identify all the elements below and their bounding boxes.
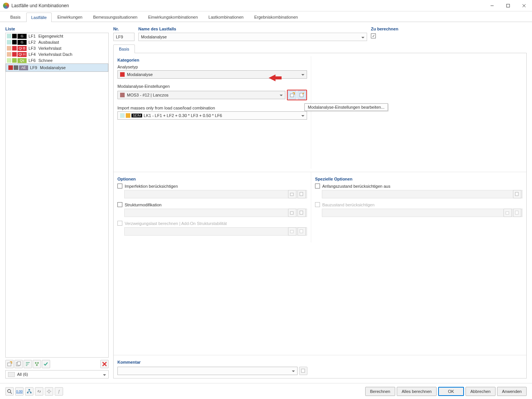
lf-name: Verkehrslast bbox=[38, 46, 107, 51]
load-case-list[interactable]: GLF1EigengewichtGLF2AusbaulastQi BLF3Ver… bbox=[5, 33, 109, 358]
copy-icon[interactable] bbox=[14, 360, 23, 368]
structmod-new-icon[interactable] bbox=[288, 209, 296, 217]
list-item[interactable]: Qi BLF3Verkehrslast bbox=[6, 45, 108, 51]
svg-point-8 bbox=[37, 362, 39, 364]
imperfection-edit-icon[interactable] bbox=[298, 190, 306, 198]
structmod-label: Strukturmodifikation bbox=[125, 203, 162, 207]
swatch-icon bbox=[7, 52, 11, 57]
nr-label: Nr. bbox=[113, 27, 135, 31]
initial-checkbox[interactable] bbox=[315, 184, 320, 188]
svg-rect-12 bbox=[290, 94, 294, 97]
calc-all-button[interactable]: Alles berechnen bbox=[397, 387, 437, 396]
ok-button[interactable]: OK bbox=[438, 387, 464, 396]
settings-swatch-icon bbox=[120, 93, 125, 97]
list-item[interactable]: GLF2Ausbaulast bbox=[6, 39, 108, 45]
maximize-button[interactable] bbox=[500, 0, 516, 11]
lf-name: Eigengewicht bbox=[38, 34, 107, 38]
initial-label: Anfangszustand berücksichtigen aus bbox=[322, 184, 390, 188]
swatch-icon bbox=[12, 40, 17, 44]
construction-new-icon bbox=[504, 209, 512, 217]
analysetyp-select[interactable]: Modalanalyse bbox=[117, 70, 307, 79]
search-icon[interactable] bbox=[5, 387, 14, 396]
swatch-icon bbox=[7, 58, 11, 63]
lf-name: Modalanalyse bbox=[40, 65, 106, 70]
name-field[interactable]: Modalanalyse bbox=[138, 33, 367, 41]
kommentar-field[interactable] bbox=[117, 367, 298, 375]
imperfection-checkbox[interactable] bbox=[117, 184, 122, 188]
delete-icon[interactable] bbox=[100, 360, 109, 368]
lf-number: LF9 bbox=[30, 65, 40, 70]
lf-name: Verkehrslast Dach bbox=[38, 52, 107, 57]
calc-checkbox[interactable] bbox=[371, 33, 376, 38]
list-item[interactable]: Qi HLF4Verkehrslast Dach bbox=[6, 51, 108, 57]
settings-new-button[interactable] bbox=[288, 91, 296, 99]
tab-lastkombinationen[interactable]: Lastkombinationen bbox=[204, 12, 249, 22]
category-tag: Qi H bbox=[17, 52, 27, 57]
initial-edit-icon[interactable] bbox=[513, 190, 521, 198]
settings-buttons-highlight bbox=[287, 90, 307, 100]
check-icon[interactable] bbox=[42, 360, 50, 368]
close-button[interactable] bbox=[516, 0, 532, 11]
gear-icon[interactable] bbox=[45, 387, 53, 396]
list-title: Liste bbox=[5, 27, 109, 31]
imperfection-label: Imperfektion berücksichtigen bbox=[125, 184, 178, 188]
import-select[interactable]: SE/M LK1 - LF1 + LF2 + 0.30 * LF3 + 0.50… bbox=[117, 111, 307, 120]
kommentar-edit-icon[interactable] bbox=[299, 367, 307, 375]
list-item[interactable]: AELF9Modalanalyse bbox=[6, 63, 108, 72]
function-icon[interactable]: ƒ bbox=[55, 387, 63, 396]
link-icon[interactable] bbox=[35, 387, 43, 396]
construction-edit-icon bbox=[513, 209, 521, 217]
swatch-icon bbox=[7, 46, 11, 51]
svg-rect-16 bbox=[290, 212, 293, 214]
svg-rect-18 bbox=[290, 230, 293, 233]
structmod-edit-icon[interactable] bbox=[298, 209, 306, 217]
chevron-down-icon bbox=[103, 372, 106, 377]
tab-einwirkungen[interactable]: Einwirkungen bbox=[52, 12, 87, 22]
hierarchy-icon[interactable] bbox=[25, 387, 33, 396]
apply-button[interactable]: Anwenden bbox=[497, 387, 527, 396]
svg-rect-19 bbox=[300, 230, 303, 233]
minimize-button[interactable] bbox=[484, 0, 500, 11]
svg-rect-4 bbox=[8, 363, 11, 366]
structmod-checkbox[interactable] bbox=[117, 202, 122, 207]
svg-rect-27 bbox=[27, 392, 28, 393]
branching-edit-icon bbox=[298, 227, 306, 236]
list-filter[interactable]: All (6) bbox=[5, 370, 109, 378]
sort-icon[interactable] bbox=[24, 360, 32, 368]
tab-lastfälle[interactable]: Lastfälle bbox=[26, 13, 52, 22]
category-tag: AE bbox=[19, 65, 28, 70]
svg-rect-15 bbox=[300, 192, 303, 196]
kommentar-title: Kommentar bbox=[117, 360, 307, 364]
svg-rect-26 bbox=[28, 389, 30, 390]
tree-icon[interactable] bbox=[33, 360, 41, 368]
settings-edit-button[interactable] bbox=[298, 91, 306, 99]
tab-basis[interactable]: Basis bbox=[5, 12, 25, 22]
nr-field[interactable]: LF9 bbox=[113, 33, 135, 41]
list-item[interactable]: QsLF6Schnee bbox=[6, 57, 108, 63]
swatch-icon bbox=[7, 34, 11, 38]
branching-checkbox bbox=[117, 221, 122, 226]
units-icon[interactable]: 0.00 bbox=[15, 387, 24, 396]
tab-bemessungssituationen[interactable]: Bemessungssituationen bbox=[88, 12, 142, 22]
calc-button[interactable]: Berechnen bbox=[365, 387, 395, 396]
subtab-basis[interactable]: Basis bbox=[113, 44, 135, 53]
chevron-down-icon bbox=[292, 369, 295, 373]
imperfection-new-icon[interactable] bbox=[288, 190, 296, 198]
tab-einwirkungskombinationen[interactable]: Einwirkungskombinationen bbox=[143, 12, 203, 22]
cancel-button[interactable]: Abbrechen bbox=[466, 387, 496, 396]
list-item[interactable]: GLF1Eigengewicht bbox=[6, 33, 108, 39]
kategorien-title: Kategorien bbox=[117, 58, 307, 62]
tab-ergebniskombinationen[interactable]: Ergebniskombinationen bbox=[249, 12, 303, 22]
lf-number: LF1 bbox=[28, 34, 38, 38]
modal-settings-select[interactable]: MOS3 - #12 | Lanczos bbox=[117, 91, 285, 99]
title-bar: Lastfälle und Kombinationen bbox=[0, 0, 532, 11]
import-tag: SE/M bbox=[131, 114, 142, 117]
svg-rect-6 bbox=[17, 362, 21, 365]
svg-rect-14 bbox=[290, 193, 293, 196]
lf-number: LF4 bbox=[28, 52, 38, 57]
category-tag: Qi B bbox=[17, 46, 27, 51]
new-icon[interactable] bbox=[5, 360, 14, 368]
swatch-icon bbox=[14, 65, 18, 70]
svg-point-29 bbox=[48, 390, 50, 393]
svg-point-7 bbox=[35, 362, 36, 364]
